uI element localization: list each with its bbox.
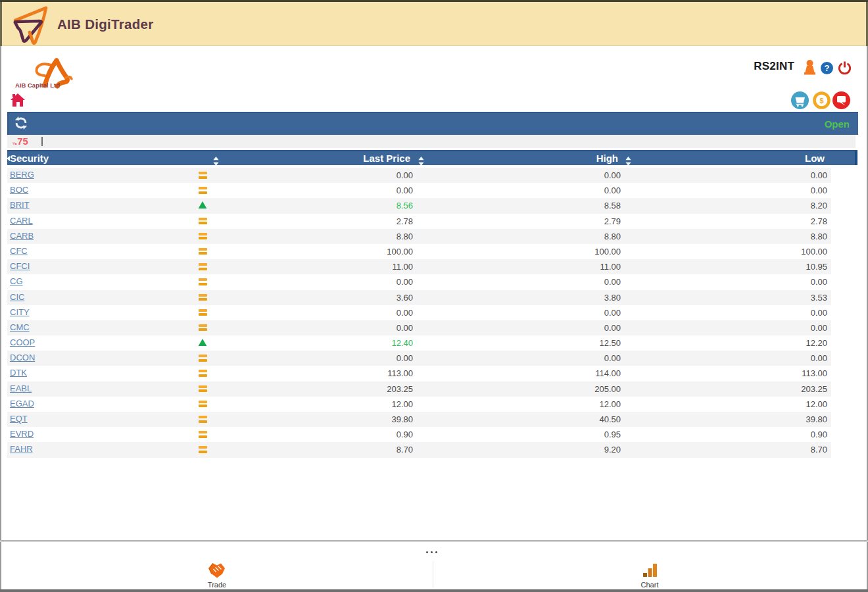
svg-text:$: $ — [819, 97, 823, 105]
svg-text:AIB Capital Ltd: AIB Capital Ltd — [15, 82, 60, 89]
